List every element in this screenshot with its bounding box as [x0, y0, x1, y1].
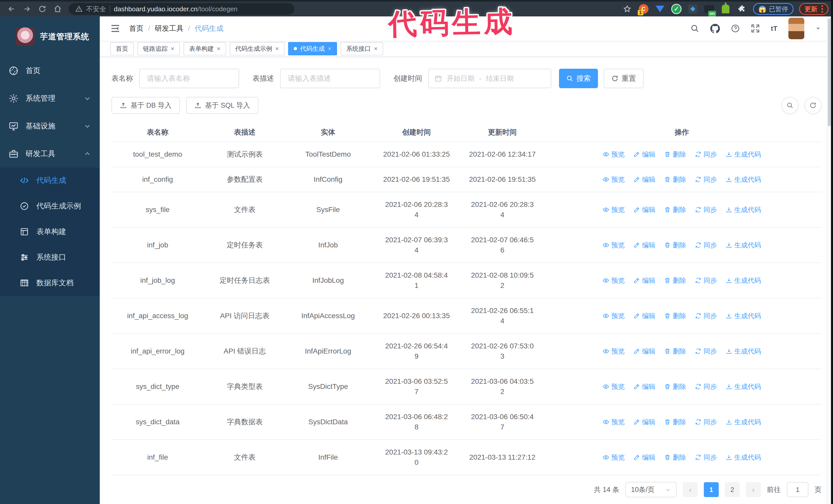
preview-action[interactable]: 预览	[602, 452, 625, 462]
delete-action[interactable]: 删除	[664, 205, 686, 215]
extension-on-icon[interactable]: on	[704, 4, 715, 14]
edit-action[interactable]: 编辑	[633, 417, 656, 427]
edit-action[interactable]: 编辑	[633, 452, 656, 462]
extension-orange-icon[interactable]: C 1	[638, 4, 649, 14]
sidebar-item-system[interactable]: 系统管理	[0, 85, 99, 112]
font-size-icon[interactable]: tT	[771, 25, 778, 32]
sidebar-item-form-builder[interactable]: 表单构建	[0, 219, 99, 245]
help-icon[interactable]	[731, 24, 740, 33]
import-sql-button[interactable]: 基于 SQL 导入	[186, 97, 258, 114]
breadcrumb-home[interactable]: 首页	[129, 24, 144, 33]
table-desc-input[interactable]	[280, 69, 380, 88]
browser-home-icon[interactable]	[51, 2, 65, 16]
caret-down-icon[interactable]	[815, 25, 821, 31]
generate-code-action[interactable]: 生成代码	[725, 275, 761, 286]
sync-action[interactable]: 同步	[695, 149, 717, 160]
sidebar-item-home[interactable]: 首页	[0, 57, 99, 85]
sidebar-toggle-icon[interactable]	[110, 23, 120, 33]
edit-action[interactable]: 编辑	[633, 346, 656, 356]
edit-action[interactable]: 编辑	[633, 381, 656, 392]
search-button[interactable]: 搜索	[559, 69, 598, 88]
sync-action[interactable]: 同步	[695, 275, 717, 286]
sidebar-item-devtools[interactable]: 研发工具	[0, 140, 99, 168]
extension-robot-icon[interactable]	[720, 4, 731, 14]
refresh-table-button[interactable]	[805, 97, 822, 114]
toggle-search-button[interactable]	[782, 97, 799, 114]
browser-forward-icon[interactable]	[20, 2, 34, 16]
generate-code-action[interactable]: 生成代码	[725, 346, 761, 356]
github-icon[interactable]	[710, 24, 720, 33]
date-range-picker[interactable]: 开始日期 - 结束日期	[428, 69, 551, 88]
sidebar-item-infra[interactable]: 基础设施	[0, 112, 99, 140]
preview-action[interactable]: 预览	[602, 240, 625, 250]
browser-reload-icon[interactable]	[35, 2, 49, 16]
delete-action[interactable]: 删除	[664, 311, 686, 321]
preview-action[interactable]: 预览	[602, 381, 625, 392]
page-size-select[interactable]: 10条/页	[625, 482, 677, 497]
generate-code-action[interactable]: 生成代码	[725, 311, 761, 321]
sync-action[interactable]: 同步	[695, 346, 717, 356]
preview-action[interactable]: 预览	[602, 311, 625, 321]
sync-action[interactable]: 同步	[695, 240, 717, 250]
tab-close-icon[interactable]: ×	[217, 45, 220, 52]
tab-close-icon[interactable]: ×	[328, 45, 331, 52]
edit-action[interactable]: 编辑	[633, 311, 656, 321]
delete-action[interactable]: 删除	[664, 275, 686, 286]
generate-code-action[interactable]: 生成代码	[725, 381, 761, 392]
scrollbar-thumb[interactable]	[828, 19, 831, 126]
tab[interactable]: 表单构建 ×	[184, 42, 226, 55]
preview-action[interactable]: 预览	[602, 417, 625, 427]
sidebar-item-system-api[interactable]: 系统接口	[0, 245, 99, 270]
sync-action[interactable]: 同步	[695, 174, 717, 185]
edit-action[interactable]: 编辑	[633, 205, 656, 215]
delete-action[interactable]: 删除	[664, 174, 686, 185]
reset-button[interactable]: 重置	[603, 69, 644, 88]
sidebar-item-codegen[interactable]: 代码生成	[0, 168, 99, 193]
sync-action[interactable]: 同步	[695, 311, 717, 321]
table-name-input[interactable]	[139, 69, 239, 88]
search-icon[interactable]	[690, 24, 699, 33]
preview-action[interactable]: 预览	[602, 149, 625, 160]
sidebar-logo-row[interactable]: 芋道管理系统	[0, 17, 99, 57]
sync-action[interactable]: 同步	[695, 417, 717, 427]
edit-action[interactable]: 编辑	[633, 275, 656, 286]
page-scrollbar[interactable]	[827, 17, 831, 504]
user-avatar[interactable]	[788, 18, 804, 39]
extension-gem-icon[interactable]	[654, 4, 665, 14]
generate-code-action[interactable]: 生成代码	[725, 205, 761, 215]
sync-action[interactable]: 同步	[695, 381, 717, 392]
preview-action[interactable]: 预览	[602, 205, 625, 215]
page-button-2[interactable]: 2	[725, 482, 740, 497]
generate-code-action[interactable]: 生成代码	[725, 240, 761, 250]
tab[interactable]: 代码生成 ×	[288, 42, 337, 55]
delete-action[interactable]: 删除	[664, 417, 686, 427]
generate-code-action[interactable]: 生成代码	[725, 174, 761, 185]
sidebar-item-db-doc[interactable]: 数据库文档	[0, 270, 99, 296]
sync-action[interactable]: 同步	[695, 205, 717, 215]
preview-action[interactable]: 预览	[602, 346, 625, 356]
goto-page-input[interactable]	[787, 482, 808, 497]
edit-action[interactable]: 编辑	[633, 174, 656, 185]
browser-back-icon[interactable]	[5, 2, 19, 16]
tab[interactable]: 代码生成示例 ×	[230, 42, 285, 55]
sync-action[interactable]: 同步	[695, 452, 717, 462]
bookmark-star-icon[interactable]	[622, 4, 633, 14]
prev-page-button[interactable]: ‹	[683, 482, 698, 497]
fullscreen-icon[interactable]	[751, 24, 760, 33]
address-bar[interactable]: 不安全 dashboard.yudao.iocoder.cn/tool/code…	[69, 3, 294, 15]
delete-action[interactable]: 删除	[664, 452, 686, 462]
paused-extension-pill[interactable]: 😱 已暂停	[753, 3, 793, 15]
extension-grid-icon[interactable]	[687, 4, 698, 14]
tab-close-icon[interactable]: ×	[171, 45, 174, 52]
tab[interactable]: 首页 ×	[110, 42, 134, 55]
tab-close-icon[interactable]: ×	[275, 45, 279, 52]
tab[interactable]: 系统接口 ×	[341, 42, 383, 55]
import-db-button[interactable]: 基于 DB 导入	[112, 97, 180, 114]
page-button-1[interactable]: 1	[704, 482, 719, 497]
breadcrumb-devtools[interactable]: 研发工具	[155, 24, 184, 33]
extension-check-icon[interactable]: ✓	[671, 4, 682, 14]
tab[interactable]: 链路追踪 ×	[137, 42, 180, 55]
kebab-menu-icon[interactable]	[822, 5, 823, 13]
generate-code-action[interactable]: 生成代码	[725, 452, 761, 462]
extensions-puzzle-icon[interactable]	[737, 4, 747, 14]
